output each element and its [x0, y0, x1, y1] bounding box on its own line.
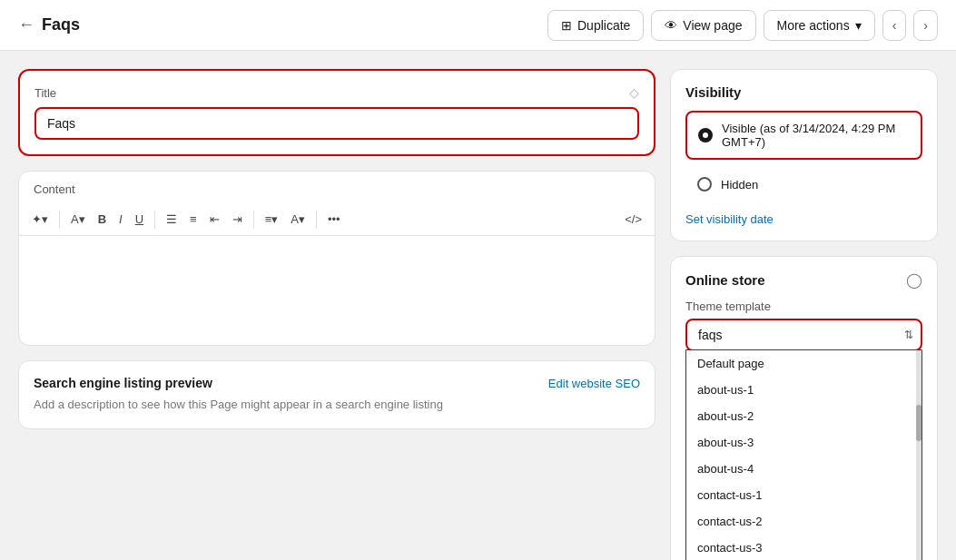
seo-header: Search engine listing preview Edit websi…: [34, 376, 640, 390]
text-chevron: ▾: [79, 212, 85, 226]
list-ul-button[interactable]: ☰: [161, 209, 182, 230]
visible-option[interactable]: Visible (as of 3/14/2024, 4:29 PM GMT+7): [685, 111, 922, 160]
store-eye-icon[interactable]: ◯: [906, 271, 922, 289]
dropdown-item-contact-us-2[interactable]: contact-us-2: [686, 508, 922, 535]
toolbar-separator-2: [154, 211, 155, 229]
right-column: Visibility Visible (as of 3/14/2024, 4:2…: [670, 69, 938, 542]
indent-dec-button[interactable]: ⇤: [204, 209, 225, 230]
select-wrapper: faqs ⇅: [685, 319, 922, 351]
theme-label: Theme template: [685, 300, 922, 313]
content-label: Content: [19, 172, 655, 203]
italic-button[interactable]: I: [113, 209, 128, 230]
list-ol-icon: ≡: [190, 212, 197, 226]
online-store-title: Online store: [685, 272, 765, 288]
more-options-icon: •••: [328, 212, 340, 226]
underline-icon: U: [135, 212, 143, 226]
seo-card: Search engine listing preview Edit websi…: [18, 360, 655, 429]
dropdown-item-about-us-2[interactable]: about-us-2: [686, 403, 922, 429]
align-button[interactable]: ≡ ▾: [260, 209, 284, 230]
visibility-card: Visibility Visible (as of 3/14/2024, 4:2…: [670, 69, 938, 241]
title-card: Title ◇: [18, 69, 655, 156]
text-icon: A: [71, 212, 79, 226]
view-page-button[interactable]: 👁 View page: [651, 10, 755, 41]
toolbar-separator-3: [253, 211, 254, 229]
page-title: Faqs: [42, 15, 80, 34]
indent-inc-icon: ⇥: [232, 212, 242, 226]
hidden-label: Hidden: [721, 178, 758, 192]
next-button[interactable]: ›: [913, 10, 938, 41]
seo-title: Search engine listing preview: [34, 376, 212, 390]
view-page-label: View page: [683, 18, 742, 33]
chevron-down-icon: ▾: [855, 18, 862, 33]
set-visibility-date-link[interactable]: Set visibility date: [685, 212, 774, 226]
color-button[interactable]: A ▾: [285, 209, 310, 230]
dropdown-list: Default page about-us-1 about-us-2 about…: [685, 349, 922, 560]
top-bar: ← Faqs ⊞ Duplicate 👁 View page More acti…: [0, 0, 956, 51]
code-button[interactable]: </>: [619, 209, 647, 230]
edit-seo-link[interactable]: Edit website SEO: [548, 377, 640, 390]
dropdown-item-about-us-1[interactable]: about-us-1: [686, 377, 922, 403]
content-card: Content ✦ ▾ A ▾ B I U ☰ ≡: [18, 171, 655, 346]
toolbar-separator-4: [316, 211, 317, 229]
color-chevron: ▾: [299, 212, 305, 226]
editor-body[interactable]: [19, 236, 655, 345]
visible-label: Visible (as of 3/14/2024, 4:29 PM GMT+7): [722, 122, 910, 149]
left-column: Title ◇ Content ✦ ▾ A ▾ B I U: [18, 69, 655, 542]
duplicate-label: Duplicate: [577, 18, 630, 33]
back-button[interactable]: ←: [18, 15, 34, 34]
more-options-button[interactable]: •••: [322, 209, 346, 230]
top-bar-right: ⊞ Duplicate 👁 View page More actions ▾ ‹…: [547, 10, 938, 41]
editor-toolbar: ✦ ▾ A ▾ B I U ☰ ≡ ⇤: [19, 203, 655, 236]
title-field-label: Title ◇: [34, 85, 639, 100]
main-content: Title ◇ Content ✦ ▾ A ▾ B I U: [0, 51, 956, 560]
align-icon: ≡: [265, 212, 272, 226]
visible-radio[interactable]: [698, 128, 713, 142]
list-ul-icon: ☰: [166, 212, 177, 226]
toolbar-separator-1: [59, 211, 60, 229]
style-button[interactable]: ✦ ▾: [26, 209, 54, 230]
text-style-button[interactable]: A ▾: [65, 209, 91, 230]
code-icon: </>: [625, 212, 642, 226]
indent-inc-button[interactable]: ⇥: [227, 209, 248, 230]
hidden-radio[interactable]: [697, 177, 712, 192]
dropdown-item-about-us-3[interactable]: about-us-3: [686, 429, 922, 456]
dropdown-item-default[interactable]: Default page: [686, 350, 922, 377]
list-ol-button[interactable]: ≡: [184, 209, 202, 230]
title-input[interactable]: [34, 107, 639, 140]
eye-icon: 👁: [665, 18, 677, 33]
underline-button[interactable]: U: [130, 209, 149, 230]
hidden-option[interactable]: Hidden: [685, 167, 922, 201]
online-store-card: Online store ◯ Theme template faqs ⇅ Def…: [670, 256, 938, 560]
indent-dec-icon: ⇤: [210, 212, 220, 226]
dropdown-item-about-us-4[interactable]: about-us-4: [686, 456, 922, 482]
visibility-title: Visibility: [685, 84, 922, 100]
dropdown-scrollbar: [916, 350, 922, 560]
italic-icon: I: [119, 212, 123, 226]
more-actions-button[interactable]: More actions ▾: [764, 10, 875, 41]
duplicate-icon: ⊞: [561, 18, 572, 33]
color-icon: A: [291, 212, 299, 226]
duplicate-button[interactable]: ⊞ Duplicate: [547, 10, 644, 41]
style-icon: ✦: [32, 212, 42, 226]
more-actions-label: More actions: [777, 18, 850, 33]
bold-icon: B: [98, 212, 106, 226]
title-label: Title: [34, 86, 56, 100]
diamond-icon: ◇: [629, 85, 639, 100]
theme-select[interactable]: faqs: [685, 319, 922, 351]
prev-button[interactable]: ‹: [882, 10, 907, 41]
bold-button[interactable]: B: [93, 209, 112, 230]
top-bar-left: ← Faqs: [18, 15, 80, 34]
dropdown-scrollbar-thumb: [916, 405, 922, 441]
align-chevron: ▾: [271, 212, 278, 226]
seo-description: Add a description to see how this Page m…: [34, 396, 640, 414]
style-chevron: ▾: [42, 212, 48, 226]
dropdown-item-contact-us-1[interactable]: contact-us-1: [686, 482, 922, 508]
store-header: Online store ◯: [685, 271, 922, 289]
dropdown-item-contact-us-3[interactable]: contact-us-3: [686, 535, 922, 560]
